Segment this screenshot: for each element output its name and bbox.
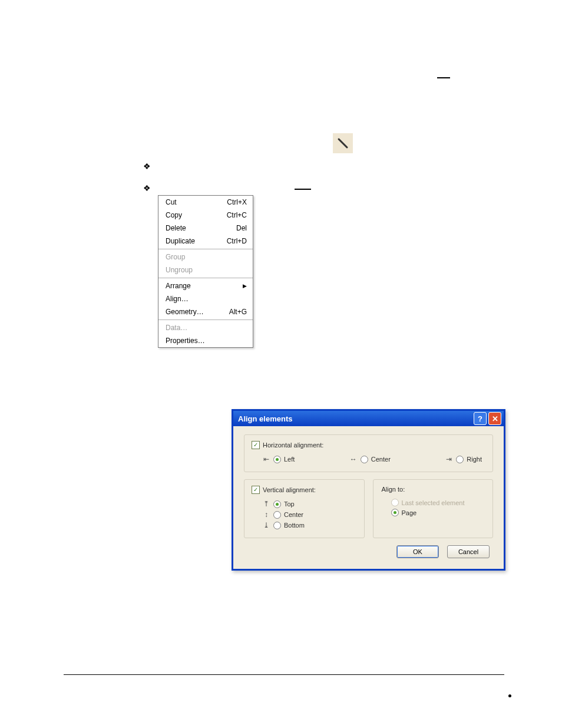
menu-item-label: Cut xyxy=(166,198,177,206)
menu-separator xyxy=(158,249,253,249)
svg-line-0 xyxy=(339,139,347,147)
menu-item-cut[interactable]: Cut Ctrl+X xyxy=(158,196,253,209)
bullet-icon: ❖ xyxy=(143,162,151,172)
align-to-group: Align to: Last selected element Page xyxy=(373,479,494,538)
menu-item-properties[interactable]: Properties… xyxy=(158,334,253,347)
submenu-arrow-icon: ▶ xyxy=(243,283,247,289)
checkbox-icon: ✓ xyxy=(252,486,260,494)
menu-item-ungroup: Ungroup xyxy=(158,263,253,276)
menu-item-shortcut: Ctrl+C xyxy=(227,211,247,219)
close-button[interactable]: ✕ xyxy=(488,412,501,425)
radio-icon xyxy=(273,522,281,529)
horizontal-alignment-checkbox[interactable]: ✓ Horizontal alignment: xyxy=(252,441,485,449)
radio-top[interactable]: ⤒ Top xyxy=(252,499,357,509)
radio-icon xyxy=(273,511,281,519)
menu-item-arrange[interactable]: Arrange ▶ xyxy=(158,279,253,292)
menu-item-shortcut: Ctrl+D xyxy=(227,237,247,245)
menu-item-shortcut: Del xyxy=(236,224,247,232)
menu-item-label: Duplicate xyxy=(166,237,195,245)
line-tool-icon xyxy=(333,133,353,153)
align-center-v-icon: ↕ xyxy=(262,510,270,519)
menu-separator xyxy=(158,319,253,320)
radio-right[interactable]: ⇥ Right xyxy=(445,454,482,465)
ok-button[interactable]: OK xyxy=(396,545,439,558)
radio-left[interactable]: ⇤ Left xyxy=(262,454,295,465)
menu-item-align[interactable]: Align… xyxy=(158,292,253,305)
menu-item-label: Geometry… xyxy=(166,308,204,316)
radio-icon xyxy=(391,509,399,516)
menu-item-delete[interactable]: Delete Del xyxy=(158,222,253,235)
radio-center-v[interactable]: ↕ Center xyxy=(252,509,357,520)
radio-label: Top xyxy=(284,500,295,508)
radio-icon xyxy=(273,500,281,508)
radio-label: Center xyxy=(371,456,391,463)
align-to-label: Align to: xyxy=(381,486,486,493)
menu-item-group: Group xyxy=(158,251,253,263)
vertical-alignment-group: ✓ Vertical alignment: ⤒ Top ↕ Center ⤓ B… xyxy=(244,479,365,538)
radio-page[interactable]: Page xyxy=(381,508,486,518)
radio-icon xyxy=(273,456,281,463)
menu-item-label: Arrange xyxy=(166,282,191,290)
checkbox-label: Vertical alignment: xyxy=(263,486,316,493)
menu-item-label: Copy xyxy=(166,211,182,219)
menu-item-copy[interactable]: Copy Ctrl+C xyxy=(158,209,253,222)
footer-rule xyxy=(64,674,504,675)
menu-item-data: Data… xyxy=(158,321,253,334)
underline-mark-2 xyxy=(295,189,311,190)
menu-item-label: Delete xyxy=(166,224,186,232)
menu-item-duplicate[interactable]: Duplicate Ctrl+D xyxy=(158,235,253,248)
horizontal-alignment-group: ✓ Horizontal alignment: ⇤ Left ↔ Center … xyxy=(244,434,493,472)
radio-bottom[interactable]: ⤓ Bottom xyxy=(252,520,357,531)
radio-last-selected: Last selected element xyxy=(381,498,486,508)
cancel-button[interactable]: Cancel xyxy=(447,545,490,558)
dialog-title: Align elements xyxy=(238,414,292,423)
menu-item-label: Ungroup xyxy=(166,266,193,274)
radio-icon xyxy=(361,456,368,463)
checkbox-icon: ✓ xyxy=(252,441,260,449)
menu-item-label: Group xyxy=(166,253,185,261)
align-right-icon: ⇥ xyxy=(445,455,453,463)
dialog-titlebar[interactable]: Align elements ? ✕ xyxy=(233,411,504,426)
align-left-icon: ⇤ xyxy=(262,455,270,463)
menu-item-shortcut: Ctrl+X xyxy=(227,198,247,206)
menu-separator xyxy=(158,278,253,278)
menu-item-geometry[interactable]: Geometry… Alt+G xyxy=(158,305,253,318)
footer-dot-icon xyxy=(508,694,511,697)
align-top-icon: ⤒ xyxy=(262,500,270,508)
context-menu: Cut Ctrl+X Copy Ctrl+C Delete Del Duplic… xyxy=(158,195,253,348)
align-bottom-icon: ⤓ xyxy=(262,521,270,529)
radio-label: Page xyxy=(402,509,417,516)
radio-icon xyxy=(391,499,399,506)
radio-label: Center xyxy=(284,511,303,518)
radio-icon xyxy=(456,456,464,463)
align-elements-dialog: Align elements ? ✕ ✓ Horizontal alignmen… xyxy=(232,409,505,571)
menu-item-label: Align… xyxy=(166,295,189,303)
align-center-h-icon: ↔ xyxy=(349,455,358,463)
radio-center-h[interactable]: ↔ Center xyxy=(349,454,391,465)
help-button[interactable]: ? xyxy=(474,412,487,425)
menu-item-label: Properties… xyxy=(166,337,205,345)
radio-label: Right xyxy=(467,456,482,463)
radio-label: Last selected element xyxy=(402,499,465,506)
menu-item-label: Data… xyxy=(166,324,187,332)
bullet-icon: ❖ xyxy=(143,183,151,193)
radio-label: Bottom xyxy=(284,522,305,529)
checkbox-label: Horizontal alignment: xyxy=(263,442,323,449)
menu-item-shortcut: Alt+G xyxy=(229,308,247,316)
radio-label: Left xyxy=(284,456,295,463)
underline-mark-1 xyxy=(437,77,450,78)
vertical-alignment-checkbox[interactable]: ✓ Vertical alignment: xyxy=(252,486,357,494)
